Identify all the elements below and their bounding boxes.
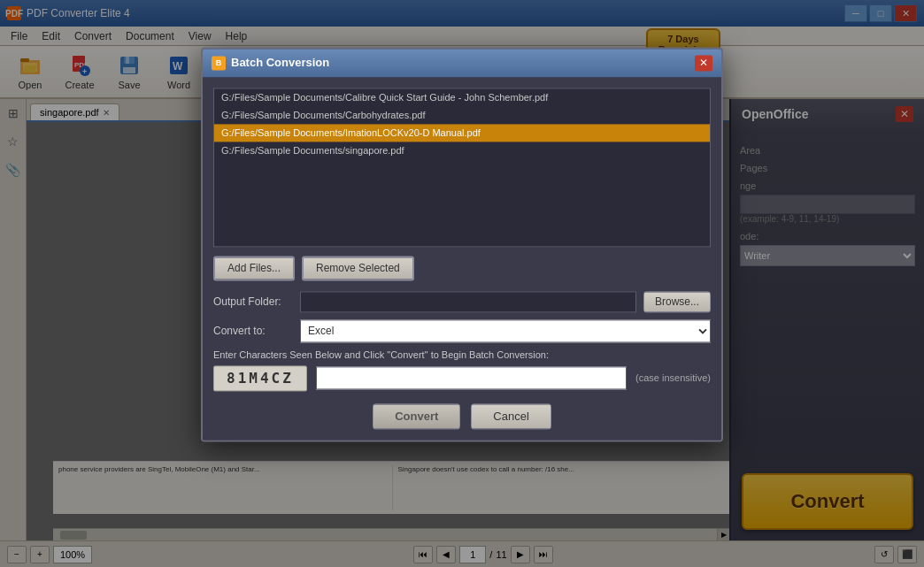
- remove-selected-button[interactable]: Remove Selected: [302, 256, 414, 280]
- captcha-section: Enter Characters Seen Below and Click "C…: [213, 349, 711, 391]
- file-item-2[interactable]: G:/Files/Sample Documents/ImationLOCKv20…: [214, 124, 710, 142]
- dialog-title-bar: B Batch Conversion ✕: [203, 49, 721, 77]
- file-item-3[interactable]: G:/Files/Sample Documents/singapore.pdf: [214, 142, 710, 159]
- output-folder-label: Output Folder:: [213, 295, 293, 308]
- dialog-footer: Convert Cancel: [213, 400, 711, 429]
- browse-button[interactable]: Browse...: [643, 291, 711, 312]
- convert-to-row: Convert to: Excel Word PowerPoint Text I…: [213, 319, 711, 342]
- captcha-prompt: Enter Characters Seen Below and Click "C…: [213, 349, 711, 360]
- convert-to-select[interactable]: Excel Word PowerPoint Text Image: [300, 319, 711, 342]
- file-list[interactable]: G:/Files/Sample Documents/Calibre Quick …: [213, 88, 711, 247]
- add-files-button[interactable]: Add Files...: [213, 256, 295, 280]
- file-item-0[interactable]: G:/Files/Sample Documents/Calibre Quick …: [214, 88, 710, 106]
- convert-to-label: Convert to:: [213, 325, 293, 337]
- dialog-cancel-button[interactable]: Cancel: [471, 403, 551, 429]
- dialog-title: B Batch Conversion: [212, 56, 329, 70]
- case-hint: (case insensitive): [635, 372, 711, 383]
- captcha-input[interactable]: [316, 366, 627, 389]
- dialog-icon: B: [212, 56, 226, 70]
- output-folder-input[interactable]: [300, 291, 636, 312]
- captcha-row: 81M4CZ (case insensitive): [213, 365, 711, 391]
- dialog-convert-button[interactable]: Convert: [373, 403, 460, 429]
- output-folder-row: Output Folder: Browse...: [213, 291, 711, 312]
- batch-conversion-dialog: B Batch Conversion ✕ G:/Files/Sample Doc…: [201, 47, 723, 441]
- dialog-body: G:/Files/Sample Documents/Calibre Quick …: [203, 77, 721, 440]
- file-item-1[interactable]: G:/Files/Sample Documents/Carbohydrates.…: [214, 106, 710, 124]
- dialog-buttons-row: Add Files... Remove Selected: [213, 256, 711, 280]
- captcha-display: 81M4CZ: [213, 365, 307, 391]
- dialog-close-button[interactable]: ✕: [695, 55, 712, 71]
